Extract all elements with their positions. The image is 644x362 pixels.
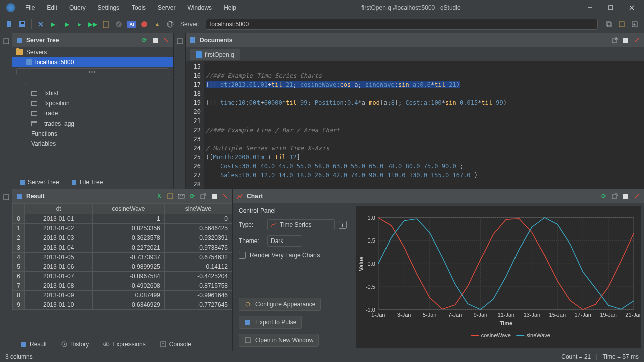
- code-editor[interactable]: 1516171819202122232425262728 //### Examp…: [186, 61, 644, 189]
- minimize-button[interactable]: [580, 2, 600, 14]
- close-docs-icon[interactable]: [633, 36, 641, 44]
- menu-file[interactable]: File: [19, 2, 41, 13]
- assist-icon[interactable]: [139, 19, 149, 29]
- menu-tools[interactable]: Tools: [125, 2, 152, 13]
- table-row[interactable]: 82013-01-090.087499-0.9961646: [13, 291, 232, 300]
- close-chart-icon[interactable]: [633, 192, 641, 200]
- table-row[interactable]: 92013-01-100.6346929-0.7727645: [13, 300, 232, 310]
- popout-icon[interactable]: [611, 36, 619, 44]
- svg-text:19-Jan: 19-Jan: [600, 312, 616, 318]
- add-server-icon[interactable]: [630, 19, 640, 29]
- tree-divider[interactable]: •••: [16, 68, 169, 75]
- run-icon[interactable]: ▶: [62, 19, 72, 29]
- server-item[interactable]: localhost:5000: [12, 57, 173, 67]
- tree-item-fxhist[interactable]: fxhist: [12, 88, 173, 98]
- server-input[interactable]: [206, 19, 598, 30]
- close-result-icon[interactable]: [221, 192, 229, 200]
- step-icon[interactable]: ▶|: [49, 19, 59, 29]
- export-csv-icon[interactable]: [166, 192, 174, 200]
- stop-icon[interactable]: [114, 19, 124, 29]
- menu-edit[interactable]: Edit: [41, 2, 63, 13]
- svg-text:Value: Value: [358, 257, 364, 271]
- menu-windows[interactable]: Windows: [181, 2, 218, 13]
- tab-history[interactable]: History: [58, 339, 92, 349]
- tab-file-tree[interactable]: File Tree: [68, 177, 106, 187]
- mail-icon[interactable]: [177, 192, 185, 200]
- table-row[interactable]: 12013-01-020.82533560.5646425: [13, 224, 232, 233]
- table-row[interactable]: 02013-01-0110: [13, 214, 232, 224]
- info-icon[interactable]: i: [339, 221, 347, 229]
- clipboard-icon[interactable]: [101, 19, 111, 29]
- menu-server[interactable]: Server: [152, 2, 181, 13]
- tab-server-tree-label: Server Tree: [28, 179, 59, 186]
- maximize-chart-icon[interactable]: [622, 192, 630, 200]
- tab-server-tree[interactable]: Server Tree: [16, 177, 62, 187]
- table-row[interactable]: 42013-01-05-0.73739370.6754632: [13, 253, 232, 262]
- maximize-panel-icon[interactable]: [151, 36, 159, 44]
- configure-appearance-button[interactable]: Configure Appearance: [239, 298, 321, 311]
- menu-help[interactable]: Help: [218, 2, 242, 13]
- namespace-root[interactable]: .: [12, 78, 173, 88]
- open-window-button[interactable]: Open in New Window: [239, 334, 319, 347]
- svg-rect-25: [20, 180, 25, 185]
- left-gutter-icon[interactable]: [1, 36, 11, 46]
- popout-result-icon[interactable]: [199, 192, 207, 200]
- table-row[interactable]: 62013-01-07-0.8967584-0.4425204: [13, 272, 232, 281]
- popout-chart-icon[interactable]: [611, 192, 619, 200]
- maximize-button[interactable]: [601, 2, 621, 14]
- render-large-checkbox[interactable]: [239, 252, 246, 259]
- refresh-result-icon[interactable]: ⟳: [188, 192, 196, 200]
- editor-code[interactable]: //### Example Time Series Charts([] dt:2…: [204, 61, 644, 189]
- ai-icon[interactable]: AI: [127, 21, 136, 28]
- tab-console[interactable]: Console: [157, 339, 194, 349]
- maximize-docs-icon[interactable]: [622, 36, 630, 44]
- tree-item-variables[interactable]: Variables: [12, 139, 173, 149]
- menu-settings[interactable]: Settings: [92, 2, 125, 13]
- doc-tab-firstopen[interactable]: firstOpen.q: [190, 49, 240, 60]
- action-icon[interactable]: ▲: [152, 19, 162, 29]
- svg-rect-22: [153, 38, 158, 43]
- globe-icon[interactable]: [165, 19, 175, 29]
- col-cosineWave[interactable]: cosineWave: [93, 204, 164, 214]
- table-row[interactable]: 32013-01-04-0.22720210.9738476: [13, 243, 232, 253]
- svg-text:cosineWave: cosineWave: [481, 332, 511, 338]
- svg-text:15-Jan: 15-Jan: [549, 312, 566, 318]
- copy-icon[interactable]: [604, 19, 614, 29]
- col-dt[interactable]: dt: [25, 204, 93, 214]
- result-table[interactable]: dtcosineWavesineWave 02013-01-011012013-…: [12, 203, 232, 310]
- close-panel-icon[interactable]: [162, 36, 170, 44]
- tree-item-trade[interactable]: trade: [12, 108, 173, 118]
- docs-gutter-icon[interactable]: [175, 36, 185, 46]
- refresh-chart-icon[interactable]: ⟳: [600, 192, 608, 200]
- maximize-result-icon[interactable]: [210, 192, 218, 200]
- link-icon[interactable]: [36, 19, 46, 29]
- export-pulse-button[interactable]: Export to Pulse: [239, 316, 302, 329]
- table-row[interactable]: 22013-01-030.36235780.9320391: [13, 233, 232, 243]
- folder-icon: [16, 49, 23, 55]
- chart-plot-area[interactable]: -1.0-0.50.00.51.01-Jan3-Jan5-Jan7-Jan9-J…: [356, 206, 641, 348]
- new-file-icon[interactable]: [4, 19, 14, 29]
- chart-type-dropdown[interactable]: Time Series: [267, 219, 335, 230]
- tree-item-trades_agg[interactable]: trades_agg: [12, 118, 173, 129]
- edit-server-icon[interactable]: [617, 19, 627, 29]
- export-xls-icon[interactable]: X: [155, 192, 163, 200]
- app-icon: [6, 3, 15, 12]
- result-gutter-icon[interactable]: [1, 192, 11, 202]
- table-row[interactable]: 72013-01-08-0.4902608-0.8715758: [13, 281, 232, 291]
- run-all-icon[interactable]: ▶▶: [88, 19, 98, 29]
- table-row[interactable]: 52013-01-06-0.98999250.14112: [13, 262, 232, 272]
- tab-expressions[interactable]: Expressions: [100, 339, 148, 349]
- tree-item-label: Variables: [31, 140, 56, 147]
- servers-folder[interactable]: Servers: [12, 47, 173, 57]
- tree-item-fxposition[interactable]: fxposition: [12, 98, 173, 108]
- run-line-icon[interactable]: ▸: [75, 19, 85, 29]
- menu-query[interactable]: Query: [63, 2, 92, 13]
- col-sineWave[interactable]: sineWave: [164, 204, 232, 214]
- refresh-icon[interactable]: ⟳: [140, 36, 148, 44]
- theme-dropdown[interactable]: Dark: [267, 235, 302, 247]
- tab-result[interactable]: Result: [17, 339, 50, 349]
- svg-rect-7: [103, 21, 108, 28]
- tree-item-functions[interactable]: Functions: [12, 129, 173, 139]
- close-button[interactable]: [622, 2, 642, 14]
- save-icon[interactable]: [17, 19, 27, 29]
